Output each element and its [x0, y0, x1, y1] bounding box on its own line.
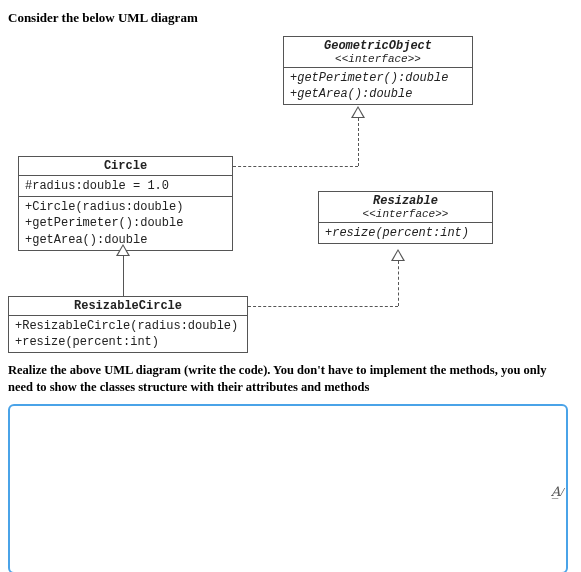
- class-name: ResizableCircle: [74, 299, 182, 313]
- uml-title-geometricobject: GeometricObject <<interface>>: [284, 37, 472, 68]
- uml-method: +resize(percent:int): [15, 334, 241, 350]
- uml-attributes: #radius:double = 1.0: [19, 176, 232, 197]
- stereotype: <<interface>>: [288, 53, 468, 65]
- uml-class-circle: Circle #radius:double = 1.0 +Circle(radi…: [18, 156, 233, 251]
- realization-arrow-icon: [351, 106, 365, 118]
- class-name: GeometricObject: [324, 39, 432, 53]
- uml-method: +ResizableCircle(radius:double): [15, 318, 241, 334]
- answer-input[interactable]: [8, 404, 568, 572]
- uml-diagram: GeometricObject <<interface>> +getPerime…: [8, 36, 573, 356]
- class-name: Resizable: [373, 194, 438, 208]
- uml-class-resizablecircle: ResizableCircle +ResizableCircle(radius:…: [8, 296, 248, 353]
- font-size-toggle-icon[interactable]: A̲/: [551, 484, 564, 497]
- uml-method: +resize(percent:int): [325, 225, 486, 241]
- instruction-text: Realize the above UML diagram (write the…: [8, 362, 573, 396]
- uml-methods: +ResizableCircle(radius:double) +resize(…: [9, 316, 247, 352]
- uml-methods: +getPerimeter():double +getArea():double: [284, 68, 472, 104]
- generalization-arrow-icon: [116, 244, 130, 256]
- uml-title-circle: Circle: [19, 157, 232, 176]
- connector-line: [248, 306, 398, 307]
- connector-line: [398, 261, 399, 306]
- uml-method: +Circle(radius:double): [25, 199, 226, 215]
- connector-line: [358, 118, 359, 166]
- connector-line: [233, 166, 358, 167]
- uml-methods: +Circle(radius:double) +getPerimeter():d…: [19, 197, 232, 250]
- uml-method: +getPerimeter():double: [25, 215, 226, 231]
- uml-class-resizable: Resizable <<interface>> +resize(percent:…: [318, 191, 493, 244]
- uml-title-resizable: Resizable <<interface>>: [319, 192, 492, 223]
- stereotype: <<interface>>: [323, 208, 488, 220]
- page-heading: Consider the below UML diagram: [8, 10, 573, 26]
- uml-title-resizablecircle: ResizableCircle: [9, 297, 247, 316]
- class-name: Circle: [104, 159, 147, 173]
- realization-arrow-icon: [391, 249, 405, 261]
- uml-methods: +resize(percent:int): [319, 223, 492, 243]
- connector-line: [123, 256, 124, 296]
- uml-method: +getArea():double: [290, 86, 466, 102]
- uml-attribute: #radius:double = 1.0: [25, 178, 226, 194]
- uml-class-geometricobject: GeometricObject <<interface>> +getPerime…: [283, 36, 473, 105]
- uml-method: +getPerimeter():double: [290, 70, 466, 86]
